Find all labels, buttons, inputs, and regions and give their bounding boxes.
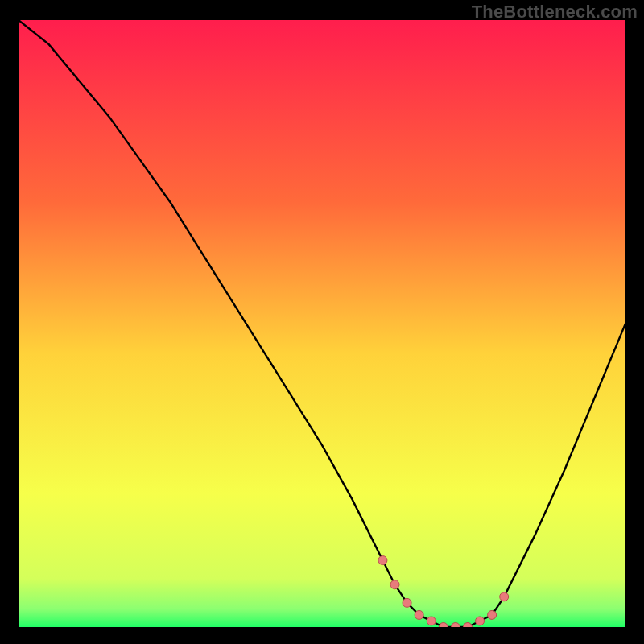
chart-frame: TheBottleneck.com [0, 0, 644, 644]
marker-dot [500, 592, 509, 601]
marker-dot [427, 617, 436, 625]
plot-area [19, 20, 625, 627]
marker-dot [488, 610, 497, 619]
watermark-text: TheBottleneck.com [472, 2, 638, 23]
bottleneck-chart [19, 20, 625, 627]
marker-dot [390, 580, 399, 589]
marker-dot [402, 598, 411, 607]
marker-dot [476, 617, 485, 625]
marker-dot [378, 556, 387, 565]
marker-dot [415, 610, 423, 619]
